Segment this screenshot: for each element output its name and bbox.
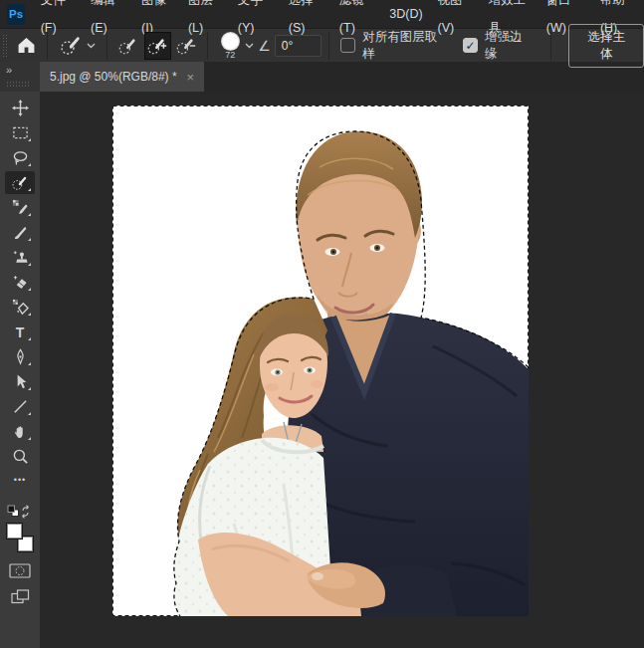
- tool-move[interactable]: [0, 96, 40, 120]
- marquee-icon: [12, 124, 29, 141]
- tool-selection-brush[interactable]: [0, 170, 40, 195]
- toolbar-grip[interactable]: [6, 81, 30, 88]
- brush-size-picker[interactable]: 72: [217, 32, 243, 60]
- zoom-icon: [12, 448, 29, 465]
- tool-type[interactable]: T: [0, 320, 40, 344]
- brush-new-selection-icon: [117, 35, 139, 57]
- photoshop-window: { "app": { "logo_text": "Ps" }, "menubar…: [0, 0, 644, 648]
- brush-size-dropdown[interactable]: [245, 43, 254, 49]
- tool-line[interactable]: [0, 394, 40, 419]
- canvas-image[interactable]: [112, 106, 529, 616]
- home-icon: [17, 36, 36, 55]
- document-tab-title: 5.jpg @ 50%(RGB/8#) *: [50, 70, 177, 84]
- path-selection-icon: [12, 373, 29, 390]
- tools-panel: T: [0, 92, 40, 648]
- tab-close-icon[interactable]: ×: [187, 70, 195, 85]
- tool-pen[interactable]: [0, 344, 40, 369]
- photoshop-logo[interactable]: Ps: [7, 4, 25, 25]
- brush-angle-value: 0°: [282, 39, 293, 53]
- color-controls: [6, 505, 34, 604]
- eraser-icon: [12, 274, 29, 291]
- line-tool-icon: [12, 398, 29, 415]
- selection-brush-icon: [11, 173, 30, 192]
- ellipsis-icon: •••: [14, 475, 26, 485]
- separator: [207, 32, 208, 60]
- canvas-pasteboard[interactable]: [40, 92, 644, 648]
- tool-clone-stamp[interactable]: [0, 245, 40, 270]
- select-subject-button[interactable]: 选择主体: [568, 24, 644, 68]
- tab-bar: » 5.jpg @ 50%(RGB/8#) * ×: [0, 62, 644, 92]
- tool-brush[interactable]: [0, 220, 40, 245]
- sample-all-layers-option[interactable]: 对所有图层取样: [340, 29, 459, 63]
- document-canvas[interactable]: [112, 106, 529, 616]
- brush-size-value: 72: [225, 50, 235, 60]
- enhance-edge-option[interactable]: ✓ 增强边缘: [463, 29, 543, 63]
- workspace: T: [0, 92, 644, 648]
- enhance-edge-label: 增强边缘: [485, 29, 535, 63]
- brush-subtract-selection-icon: [175, 35, 197, 57]
- tool-hand[interactable]: [0, 419, 40, 444]
- brush-icon: [12, 224, 29, 241]
- collapse-panel-icon[interactable]: »: [6, 65, 40, 76]
- angle-icon: ∠: [258, 38, 271, 54]
- separator: [328, 32, 329, 60]
- type-tool-icon: T: [16, 325, 25, 339]
- add-to-selection-mode-button[interactable]: [144, 32, 171, 60]
- document-tab[interactable]: 5.jpg @ 50%(RGB/8#) * ×: [40, 62, 204, 92]
- hand-icon: [12, 423, 29, 440]
- options-grip[interactable]: [2, 34, 9, 58]
- home-button[interactable]: [13, 34, 40, 57]
- separator: [550, 32, 551, 60]
- tool-eraser[interactable]: [0, 270, 40, 295]
- screen-mode-icon[interactable]: [11, 589, 30, 604]
- separator: [107, 32, 107, 60]
- menu-bar: Ps 文件(F) 编辑(E) 图像(I) 图层(L) 文字(Y) 选择(S) 滤…: [0, 0, 644, 28]
- edit-toolbar-button[interactable]: •••: [0, 475, 40, 491]
- foreground-background-swatches[interactable]: [6, 523, 34, 552]
- pen-icon: [12, 348, 29, 365]
- tool-preset-picker[interactable]: [55, 32, 100, 60]
- quick-mask-icon[interactable]: [9, 563, 31, 578]
- tool-zoom[interactable]: [0, 444, 40, 469]
- separator: [47, 32, 48, 60]
- selection-brush-icon: [59, 34, 83, 58]
- brush-angle-input[interactable]: 0°: [275, 35, 322, 57]
- toolbar-header: »: [0, 62, 40, 92]
- tool-path-selection[interactable]: [0, 369, 40, 394]
- sample-all-layers-label: 对所有图层取样: [362, 29, 449, 63]
- menu-3d[interactable]: 3D(D): [382, 0, 430, 28]
- paint-bucket-icon: [12, 299, 29, 316]
- chevron-down-icon: [245, 43, 254, 49]
- move-icon: [12, 100, 29, 116]
- default-and-swap-colors-icon[interactable]: [7, 505, 33, 519]
- brush-add-selection-icon: [146, 35, 168, 57]
- lasso-icon: [12, 149, 29, 166]
- eyedropper-icon: [12, 199, 29, 216]
- new-selection-mode-button[interactable]: [115, 32, 142, 60]
- subtract-from-selection-mode-button[interactable]: [173, 32, 200, 60]
- tool-lasso[interactable]: [0, 145, 40, 170]
- chevron-down-icon: [87, 43, 96, 49]
- foreground-color-swatch[interactable]: [6, 523, 23, 540]
- brush-preview-icon: [221, 32, 240, 51]
- tool-rectangular-marquee[interactable]: [0, 120, 40, 145]
- sample-all-layers-checkbox[interactable]: [340, 38, 355, 53]
- enhance-edge-checkbox[interactable]: ✓: [463, 38, 478, 53]
- clone-stamp-icon: [12, 249, 29, 266]
- tool-eyedropper[interactable]: [0, 195, 40, 220]
- tool-paint-bucket[interactable]: [0, 295, 40, 320]
